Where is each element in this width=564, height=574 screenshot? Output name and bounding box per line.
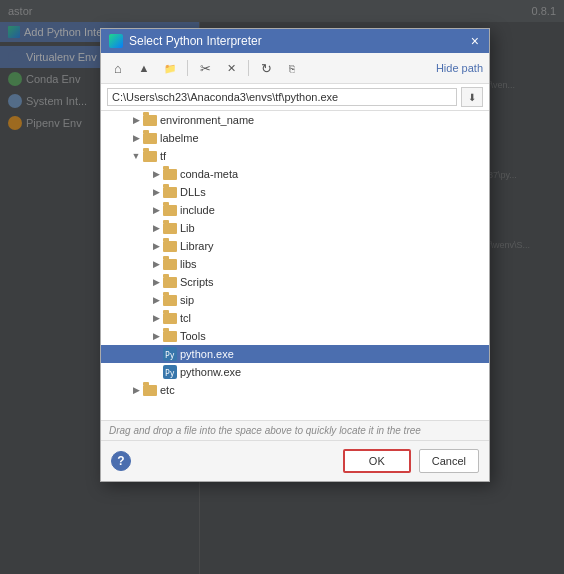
- folder-icon-include: [163, 205, 177, 216]
- path-browse-button[interactable]: ⬇: [461, 87, 483, 107]
- folder-icon-sip: [163, 295, 177, 306]
- arrow-labelme: ▶: [129, 131, 143, 145]
- folder-icon-dlls: [163, 187, 177, 198]
- ok-button[interactable]: OK: [343, 449, 411, 473]
- arrow-lib: ▶: [149, 221, 163, 235]
- file-tree[interactable]: ▶ environment_name ▶ labelme ▼ tf ▶ cond…: [101, 111, 489, 421]
- arrow-sip: ▶: [149, 293, 163, 307]
- folder-icon-labelme: [143, 133, 157, 144]
- up-button[interactable]: ▲: [133, 57, 155, 79]
- tree-item-pythonw-exe[interactable]: Py pythonw.exe: [101, 363, 489, 381]
- help-button[interactable]: ?: [111, 451, 131, 471]
- cut-button[interactable]: ✂: [194, 57, 216, 79]
- arrow-dlls: ▶: [149, 185, 163, 199]
- folder-icon-etc: [143, 385, 157, 396]
- folder-icon-scripts: [163, 277, 177, 288]
- svg-text:Py: Py: [165, 351, 175, 360]
- arrow-pythonw-exe: [149, 365, 163, 379]
- folder-icon-environment_name: [143, 115, 157, 126]
- home-button[interactable]: ⌂: [107, 57, 129, 79]
- arrow-include: ▶: [149, 203, 163, 217]
- path-bar: ⬇: [101, 84, 489, 111]
- tree-item-sip[interactable]: ▶ sip: [101, 291, 489, 309]
- python-exe-icon: Py: [163, 347, 177, 361]
- folder-icon-library: [163, 241, 177, 252]
- pythonw-exe-icon: Py: [163, 365, 177, 379]
- folder-icon-conda-meta: [163, 169, 177, 180]
- tree-item-etc[interactable]: ▶ etc: [101, 381, 489, 399]
- select-interpreter-modal: Select Python Interpreter × ⌂ ▲ 📁 ✂ ✕ ↻ …: [100, 28, 490, 482]
- folder-icon-tools: [163, 331, 177, 342]
- drag-hint: Drag and drop a file into the space abov…: [101, 421, 489, 441]
- modal-titlebar: Select Python Interpreter ×: [101, 29, 489, 53]
- arrow-library: ▶: [149, 239, 163, 253]
- tree-item-tools[interactable]: ▶ Tools: [101, 327, 489, 345]
- cancel-button[interactable]: Cancel: [419, 449, 479, 473]
- arrow-scripts: ▶: [149, 275, 163, 289]
- tree-item-conda-meta[interactable]: ▶ conda-meta: [101, 165, 489, 183]
- delete-button[interactable]: ✕: [220, 57, 242, 79]
- tree-item-libs[interactable]: ▶ libs: [101, 255, 489, 273]
- hide-path-link[interactable]: Hide path: [436, 62, 483, 74]
- modal-title-left: Select Python Interpreter: [109, 34, 262, 48]
- footer-buttons: OK Cancel: [343, 449, 479, 473]
- pycharm-icon: [109, 34, 123, 48]
- tree-item-library[interactable]: ▶ Library: [101, 237, 489, 255]
- new-folder-button[interactable]: 📁: [159, 57, 181, 79]
- folder-icon-lib: [163, 223, 177, 234]
- modal-toolbar: ⌂ ▲ 📁 ✂ ✕ ↻ ⎘ Hide path: [101, 53, 489, 84]
- tree-item-tcl[interactable]: ▶ tcl: [101, 309, 489, 327]
- tree-item-environment_name[interactable]: ▶ environment_name: [101, 111, 489, 129]
- arrow-tf: ▼: [129, 149, 143, 163]
- folder-icon-tcl: [163, 313, 177, 324]
- arrow-environment_name: ▶: [129, 113, 143, 127]
- close-button[interactable]: ×: [469, 34, 481, 48]
- tree-item-dlls[interactable]: ▶ DLLs: [101, 183, 489, 201]
- tree-item-scripts[interactable]: ▶ Scripts: [101, 273, 489, 291]
- folder-icon-tf: [143, 151, 157, 162]
- tree-item-python-exe[interactable]: Py python.exe: [101, 345, 489, 363]
- arrow-tcl: ▶: [149, 311, 163, 325]
- copy-button[interactable]: ⎘: [281, 57, 303, 79]
- arrow-python-exe: [149, 347, 163, 361]
- tree-item-labelme[interactable]: ▶ labelme: [101, 129, 489, 147]
- svg-text:Py: Py: [165, 369, 175, 378]
- tree-item-tf[interactable]: ▼ tf: [101, 147, 489, 165]
- modal-footer: ? OK Cancel: [101, 441, 489, 481]
- arrow-tools: ▶: [149, 329, 163, 343]
- tree-item-include[interactable]: ▶ include: [101, 201, 489, 219]
- modal-title: Select Python Interpreter: [129, 34, 262, 48]
- folder-icon-libs: [163, 259, 177, 270]
- arrow-conda-meta: ▶: [149, 167, 163, 181]
- path-input[interactable]: [107, 88, 457, 106]
- tree-item-lib[interactable]: ▶ Lib: [101, 219, 489, 237]
- toolbar-sep-2: [248, 60, 249, 76]
- toolbar-sep-1: [187, 60, 188, 76]
- refresh-button[interactable]: ↻: [255, 57, 277, 79]
- arrow-libs: ▶: [149, 257, 163, 271]
- arrow-etc: ▶: [129, 383, 143, 397]
